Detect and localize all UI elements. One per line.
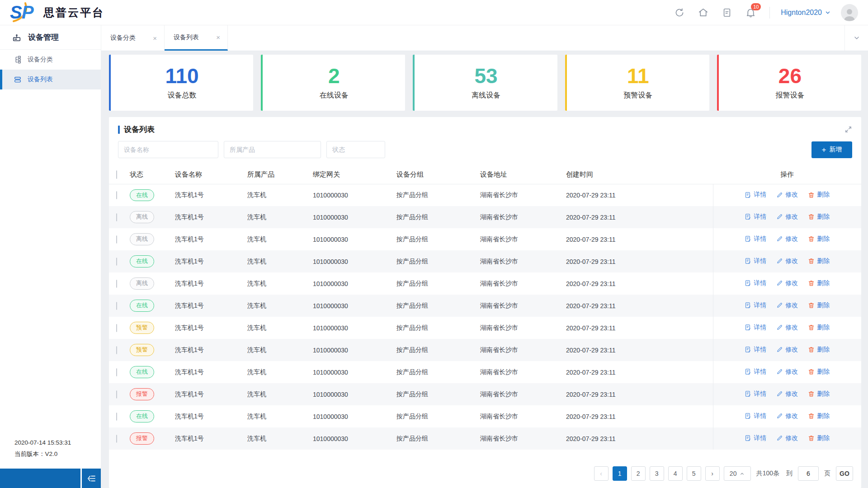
action-delete[interactable]: 删除	[808, 301, 830, 310]
stat-label: 设备总数	[168, 91, 197, 100]
action-edit[interactable]: 修改	[776, 279, 798, 287]
cell-group: 按产品分组	[396, 206, 480, 228]
sidebar-item-device-list[interactable]: 设备列表	[0, 70, 101, 89]
edit-icon	[776, 368, 783, 375]
cell-gateway: 1010000030	[313, 361, 396, 383]
row-checkbox[interactable]	[116, 324, 117, 332]
action-detail[interactable]: 详情	[745, 390, 766, 398]
row-checkbox[interactable]	[116, 302, 117, 310]
tab-device-category[interactable]: 设备分类 ×	[101, 25, 165, 51]
refresh-icon[interactable]	[675, 8, 684, 18]
action-delete[interactable]: 删除	[808, 390, 830, 398]
action-edit[interactable]: 修改	[776, 191, 798, 199]
avatar-person-icon	[842, 7, 857, 21]
filter-product-input[interactable]	[224, 141, 321, 158]
go-button[interactable]: GO	[836, 466, 853, 481]
row-checkbox[interactable]	[116, 435, 117, 443]
action-delete[interactable]: 删除	[808, 434, 830, 442]
row-checkbox[interactable]	[116, 235, 117, 244]
sidebar-footer-info: 2020-07-14 15:53:31 当前版本：V2.0	[14, 437, 71, 460]
action-detail[interactable]: 详情	[745, 213, 766, 221]
cell-gateway: 1010000030	[313, 250, 396, 272]
action-detail[interactable]: 详情	[745, 346, 766, 354]
cell-address: 湖南省长沙市	[480, 339, 566, 361]
edit-icon	[776, 302, 783, 309]
detail-icon	[745, 413, 751, 419]
row-checkbox[interactable]	[116, 413, 117, 421]
table-row: 离线 洗车机1号 洗车机 1010000030 按产品分组 湖南省长沙市 202…	[109, 272, 861, 295]
home-icon[interactable]	[698, 7, 708, 18]
select-all-checkbox[interactable]	[116, 170, 117, 179]
action-detail[interactable]: 详情	[745, 324, 766, 332]
page-button-5[interactable]: 5	[687, 466, 701, 481]
page-button-4[interactable]: 4	[668, 466, 683, 481]
action-edit[interactable]: 修改	[776, 324, 798, 332]
document-icon[interactable]	[722, 8, 732, 18]
stat-value: 53	[474, 65, 497, 87]
goto-suffix: 页	[824, 469, 830, 478]
action-delete[interactable]: 删除	[808, 235, 830, 243]
action-detail[interactable]: 详情	[745, 235, 766, 243]
page-button-1[interactable]: 1	[613, 466, 627, 481]
action-edit[interactable]: 修改	[776, 412, 798, 420]
action-detail[interactable]: 详情	[745, 434, 766, 442]
row-checkbox[interactable]	[116, 390, 117, 399]
row-checkbox[interactable]	[116, 258, 117, 266]
row-checkbox[interactable]	[116, 368, 117, 376]
cell-group: 按产品分组	[396, 317, 480, 339]
table-row: 预警 洗车机1号 洗车机 1010000030 按产品分组 湖南省长沙市 202…	[109, 339, 861, 361]
detail-icon	[745, 324, 751, 331]
action-delete[interactable]: 删除	[808, 412, 830, 420]
action-delete[interactable]: 删除	[808, 191, 830, 199]
row-checkbox[interactable]	[116, 346, 117, 354]
action-detail[interactable]: 详情	[745, 257, 766, 265]
next-page-button[interactable]: ›	[705, 466, 720, 481]
detail-icon	[745, 302, 751, 309]
page-size-select[interactable]: 20	[724, 466, 751, 481]
row-checkbox[interactable]	[116, 191, 117, 199]
action-edit[interactable]: 修改	[776, 390, 798, 398]
action-detail[interactable]: 详情	[745, 301, 766, 310]
sidebar-item-label: 设备分类	[28, 56, 53, 64]
cell-product: 洗车机	[247, 295, 313, 317]
cell-gateway: 1010000030	[313, 317, 396, 339]
filter-device-name-input[interactable]	[118, 141, 218, 158]
close-icon[interactable]: ×	[216, 33, 220, 41]
action-edit[interactable]: 修改	[776, 434, 798, 442]
action-edit[interactable]: 修改	[776, 235, 798, 243]
cell-group: 按产品分组	[396, 228, 480, 250]
action-edit[interactable]: 修改	[776, 301, 798, 310]
filter-status-input[interactable]	[326, 141, 385, 158]
action-detail[interactable]: 详情	[745, 412, 766, 420]
tab-device-list[interactable]: 设备列表 ×	[165, 25, 228, 51]
collapse-sidebar-button[interactable]	[82, 469, 101, 488]
action-edit[interactable]: 修改	[776, 368, 798, 376]
action-delete[interactable]: 删除	[808, 213, 830, 221]
notification-bell[interactable]: 10	[745, 7, 756, 18]
cell-address: 湖南省长沙市	[480, 228, 566, 250]
action-edit[interactable]: 修改	[776, 346, 798, 354]
prev-page-button[interactable]: ‹	[594, 466, 609, 481]
action-detail[interactable]: 详情	[745, 368, 766, 376]
expand-icon[interactable]	[844, 126, 852, 133]
action-detail[interactable]: 详情	[745, 191, 766, 199]
action-delete[interactable]: 删除	[808, 368, 830, 376]
sidebar-item-device-category[interactable]: 设备分类	[0, 50, 101, 70]
action-delete[interactable]: 删除	[808, 346, 830, 354]
tab-overflow-button[interactable]	[844, 25, 868, 51]
page-button-2[interactable]: 2	[631, 466, 646, 481]
user-menu[interactable]: Hignton2020	[781, 9, 831, 17]
close-icon[interactable]: ×	[153, 34, 157, 42]
page-button-3[interactable]: 3	[650, 466, 664, 481]
action-detail[interactable]: 详情	[745, 279, 766, 287]
action-edit[interactable]: 修改	[776, 213, 798, 221]
goto-page-input[interactable]	[798, 466, 819, 481]
action-delete[interactable]: 删除	[808, 279, 830, 287]
add-device-button[interactable]: + 新增	[811, 141, 852, 158]
action-delete[interactable]: 删除	[808, 257, 830, 265]
avatar[interactable]	[841, 4, 858, 21]
row-checkbox[interactable]	[116, 280, 117, 288]
row-checkbox[interactable]	[116, 213, 117, 221]
action-delete[interactable]: 删除	[808, 324, 830, 332]
action-edit[interactable]: 修改	[776, 257, 798, 265]
